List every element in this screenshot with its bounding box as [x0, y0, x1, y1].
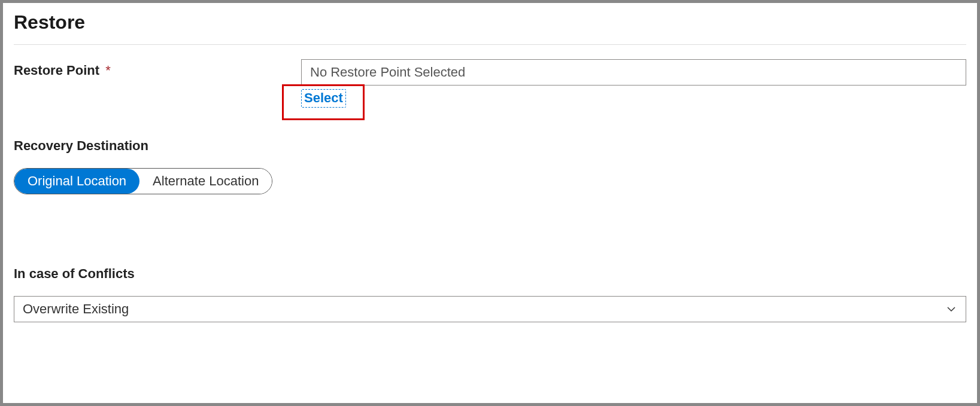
chevron-down-icon [945, 303, 957, 315]
restore-panel: Restore Restore Point * Select Recovery … [3, 3, 977, 331]
option-original-location[interactable]: Original Location [14, 169, 139, 194]
restore-point-input[interactable] [301, 59, 966, 86]
divider [14, 44, 966, 45]
recovery-destination-label: Recovery Destination [14, 138, 966, 154]
required-indicator: * [105, 63, 111, 78]
recovery-destination-toggle: Original Location Alternate Location [14, 168, 272, 194]
restore-point-label-wrap: Restore Point * [14, 59, 301, 78]
conflicts-label: In case of Conflicts [14, 266, 966, 282]
select-link-wrapper: Select [301, 89, 966, 117]
select-restore-point-link[interactable]: Select [301, 89, 346, 108]
conflicts-dropdown[interactable]: Overwrite Existing [14, 296, 966, 322]
page-title: Restore [14, 11, 966, 44]
restore-point-label: Restore Point [14, 63, 99, 78]
conflicts-selected-value: Overwrite Existing [23, 301, 945, 317]
restore-point-row: Restore Point * Select [14, 59, 966, 117]
option-alternate-location[interactable]: Alternate Location [139, 169, 272, 194]
restore-point-input-col: Select [301, 59, 966, 117]
